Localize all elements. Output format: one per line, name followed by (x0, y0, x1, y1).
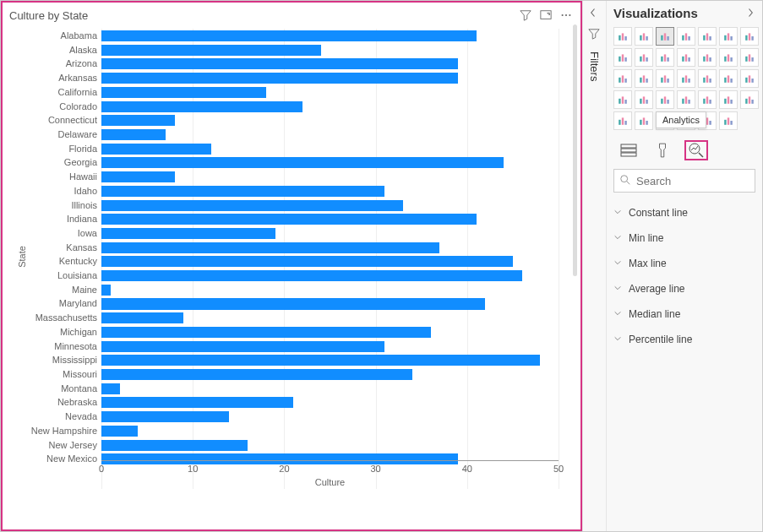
bar-fill[interactable] (101, 171, 175, 182)
bar-fill[interactable] (101, 440, 248, 451)
bar-row[interactable]: Connecticut (101, 115, 559, 126)
bar-fill[interactable] (101, 58, 458, 69)
bar-row[interactable]: Nebraska (101, 397, 559, 408)
clustered-column-chart-icon[interactable] (677, 27, 695, 46)
focus-mode-icon[interactable] (538, 8, 553, 23)
analytics-section[interactable]: Average line (613, 275, 755, 301)
analytics-tab[interactable] (684, 140, 708, 160)
hundred-stacked-bar-icon[interactable] (698, 27, 717, 46)
ribbon-chart-icon[interactable] (698, 48, 717, 67)
bar-fill[interactable] (101, 312, 183, 323)
analytics-section[interactable]: Min line (613, 225, 755, 250)
filter-icon[interactable] (518, 8, 533, 23)
bar-row[interactable]: New Jersey (101, 440, 559, 451)
bar-row[interactable]: Michigan (101, 327, 559, 338)
bar-row[interactable]: Arkansas (101, 73, 559, 84)
bar-row[interactable]: Illinois (101, 200, 559, 211)
bar-row[interactable]: Florida (101, 144, 559, 155)
bar-row[interactable]: California (101, 87, 559, 98)
bar-fill[interactable] (101, 341, 384, 352)
bar-row[interactable]: Kentucky (101, 256, 559, 267)
bar-row[interactable]: Maine (101, 285, 559, 296)
bar-fill[interactable] (101, 397, 293, 408)
chevron-left-icon[interactable] (588, 8, 602, 21)
chevron-right-icon[interactable] (745, 6, 755, 20)
filters-label[interactable]: Filters (588, 52, 601, 81)
filters-icon[interactable] (588, 28, 602, 41)
bar-row[interactable]: Missouri (101, 369, 559, 380)
waterfall-chart-icon[interactable] (719, 48, 738, 67)
bar-row[interactable]: Louisiana (101, 270, 559, 281)
bar-fill[interactable] (101, 256, 513, 267)
chart-visual[interactable]: Culture by State State AlabamaAlaskaAriz… (1, 1, 582, 531)
stacked-bar-chart-icon[interactable] (613, 27, 632, 46)
stacked-column-chart-icon[interactable] (635, 27, 653, 46)
bar-fill[interactable] (101, 285, 111, 296)
stacked-area-chart-icon[interactable] (635, 48, 653, 67)
bar-row[interactable]: Nevada (101, 411, 559, 422)
bar-fill[interactable] (101, 355, 540, 366)
map-icon[interactable] (677, 69, 695, 88)
bar-row[interactable]: Minnesota (101, 341, 559, 352)
search-input[interactable] (636, 175, 763, 187)
key-influencers-icon[interactable] (635, 111, 653, 130)
bar-fill[interactable] (101, 115, 175, 126)
pie-chart-icon[interactable] (613, 69, 632, 88)
analytics-section[interactable]: Percentile line (613, 326, 755, 351)
bar-fill[interactable] (101, 129, 166, 140)
filled-map-icon[interactable] (698, 69, 717, 88)
bar-fill[interactable] (101, 214, 477, 225)
bar-fill[interactable] (101, 242, 439, 253)
bar-row[interactable]: New Hampshire (101, 426, 559, 437)
donut-chart-icon[interactable] (635, 69, 653, 88)
bar-fill[interactable] (101, 298, 485, 309)
fields-tab[interactable] (617, 140, 640, 160)
bar-fill[interactable] (101, 87, 266, 98)
bar-fill[interactable] (101, 200, 403, 211)
py-visual-icon[interactable] (613, 111, 632, 130)
bar-row[interactable]: Hawaii (101, 171, 559, 182)
bar-fill[interactable] (101, 228, 275, 239)
bar-row[interactable]: Massachusetts (101, 312, 559, 323)
line-clustered-column-icon[interactable] (677, 48, 695, 67)
format-tab[interactable] (651, 140, 674, 160)
hundred-stacked-column-icon[interactable] (719, 27, 738, 46)
multi-row-card-icon[interactable] (635, 90, 653, 109)
bar-row[interactable]: Alabama (101, 30, 559, 41)
bar-fill[interactable] (101, 327, 431, 338)
line-chart-icon[interactable] (740, 27, 759, 46)
bar-fill[interactable] (101, 157, 504, 168)
bar-fill[interactable] (101, 45, 321, 56)
area-chart-icon[interactable] (613, 48, 632, 67)
kpi-icon[interactable] (656, 90, 674, 109)
bar-fill[interactable] (101, 186, 384, 197)
gauge-chart-icon[interactable] (740, 69, 759, 88)
bar-fill[interactable] (101, 270, 522, 281)
bar-row[interactable]: Mississippi (101, 355, 559, 366)
bar-row[interactable]: Alaska (101, 45, 559, 56)
bar-row[interactable]: Indiana (101, 214, 559, 225)
r-visual-icon[interactable] (740, 90, 759, 109)
more-options-icon[interactable] (559, 8, 574, 23)
bar-fill[interactable] (101, 383, 120, 394)
bar-row[interactable]: Iowa (101, 228, 559, 239)
slicer-icon[interactable] (677, 90, 695, 109)
analytics-section[interactable]: Constant line (613, 199, 755, 225)
analytics-section[interactable]: Median line (613, 301, 755, 326)
analytics-section[interactable]: Max line (613, 250, 755, 275)
bar-row[interactable]: Georgia (101, 157, 559, 168)
bar-row[interactable]: Arizona (101, 58, 559, 69)
scatter-chart-icon[interactable] (740, 48, 759, 67)
bar-fill[interactable] (101, 369, 412, 380)
matrix-viz-icon[interactable] (719, 90, 738, 109)
import-visual-icon[interactable] (719, 111, 738, 130)
card-icon[interactable] (613, 90, 632, 109)
chart-scrollbar[interactable] (573, 24, 577, 276)
clustered-bar-chart-icon[interactable] (656, 27, 674, 46)
bar-fill[interactable] (101, 144, 211, 155)
bar-row[interactable]: Kansas (101, 242, 559, 253)
search-box[interactable] (613, 169, 755, 193)
bar-row[interactable]: Colorado (101, 101, 559, 112)
bar-row[interactable]: Delaware (101, 129, 559, 140)
treemap-icon[interactable] (656, 69, 674, 88)
